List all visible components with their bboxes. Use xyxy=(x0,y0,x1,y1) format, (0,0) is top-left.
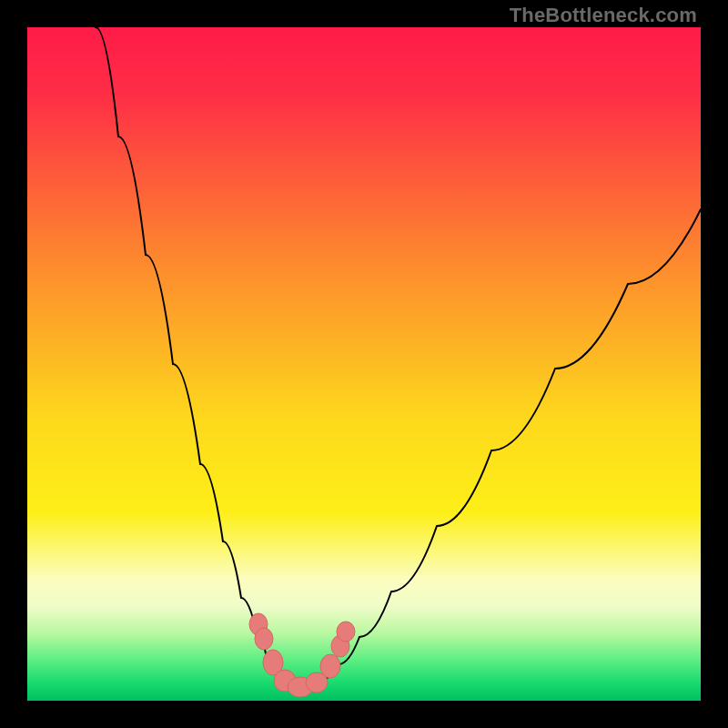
hotspot-marker xyxy=(337,622,355,642)
chart-svg xyxy=(27,27,701,701)
bottleneck-curve-left xyxy=(96,27,291,686)
hotspot-marker xyxy=(255,628,273,650)
hotspot-group xyxy=(249,613,355,697)
chart-frame xyxy=(27,27,701,701)
watermark-text: TheBottleneck.com xyxy=(510,4,697,27)
bottleneck-curve-right xyxy=(309,209,701,686)
hotspot-marker xyxy=(320,654,340,678)
